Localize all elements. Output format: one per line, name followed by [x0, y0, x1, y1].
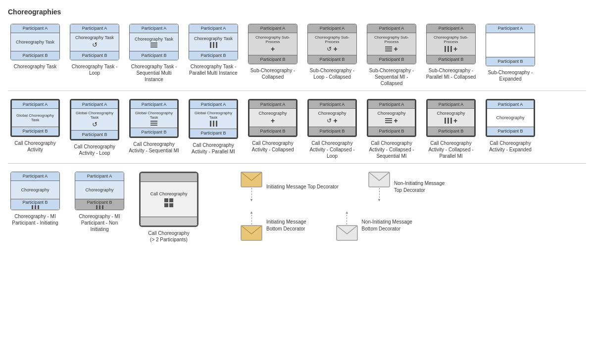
choreo-shape-sub-exp[interactable]: Participant A Participant B	[486, 24, 535, 66]
item-label: Call Choreography Activity - Parallel MI	[186, 142, 241, 155]
participant-top: Participant A	[248, 24, 297, 33]
dashed-line	[346, 215, 347, 225]
item-choreo-task-loop: Participant A Choreography Task ↺ Partic…	[67, 24, 122, 87]
choreo-body: Choreography +	[368, 109, 415, 127]
participant-top: Participant A	[70, 24, 119, 33]
svg-rect-0	[164, 198, 168, 202]
choreo-body: Global Choreography Task	[131, 109, 177, 128]
choreo-shape-call-seq[interactable]: Participant A Global Choreography Task P…	[129, 99, 179, 138]
participant-top: Participant A	[428, 100, 474, 109]
choreo-shape-sub-coll[interactable]: Participant A Choreography Sub-Process +…	[248, 24, 297, 64]
bottom-area	[141, 217, 197, 226]
item-label: Call Choreography Activity - Collapsed	[246, 140, 300, 153]
dashed-line	[379, 188, 380, 198]
participant-bottom: Participant B	[70, 51, 119, 60]
init-top-visual: ▼	[241, 172, 262, 202]
mi-par-icon	[96, 205, 103, 209]
choreo-body: Choreography Task	[11, 33, 59, 51]
choreo-shape-task-seq[interactable]: Participant A Choreography Task Particip…	[129, 24, 179, 60]
svg-rect-1	[169, 198, 173, 202]
participant-bottom: Participant B	[11, 199, 59, 210]
svg-rect-2	[164, 203, 168, 207]
item-sub-choreo-loop-coll: Participant A Choreography Sub-Process ↺…	[305, 24, 359, 87]
participant-top: Participant A	[486, 24, 535, 33]
participant-bottom: Participant B	[71, 130, 118, 139]
choreo-shape-task-loop[interactable]: Participant A Choreography Task ↺ Partic…	[70, 24, 119, 60]
message-decorators: ▼ Initiating Message Top Decorator ▼ Non…	[241, 172, 445, 241]
participant-bottom: Participant B	[75, 199, 124, 210]
participant-top: Participant A	[368, 100, 415, 109]
top-area	[141, 173, 197, 182]
item-choreo-mi-init: Participant A Choreography Participant B…	[8, 172, 62, 226]
item-label: Call Choreography Activity - Collapsed -…	[424, 140, 478, 159]
msg-top-row: ▼ Initiating Message Top Decorator ▼ Non…	[241, 172, 445, 202]
noninitiating-bottom-envelope-icon	[336, 225, 358, 241]
choreo-shape-call-exp[interactable]: Participant A Choreography Participant B	[486, 99, 535, 137]
choreo-shape-task[interactable]: Participant A Choreography Task Particip…	[10, 24, 60, 60]
participant-bottom: Participant B	[487, 127, 534, 136]
noninit-top-visual: ▼	[368, 172, 390, 202]
choreo-body: Choreography ↺ +	[309, 109, 355, 127]
item-call-choreo-loop: Participant A Global Choreography Task ↺…	[67, 99, 122, 160]
participant-bottom: Participant B	[130, 51, 178, 60]
participant-bottom: Participant B	[12, 127, 58, 136]
item-label: Choreography Task - Loop	[67, 63, 122, 76]
loop-icon: ↺	[92, 41, 98, 48]
loop-icon: ↺	[92, 121, 98, 128]
init-top-label: Initiating Message Top Decorator	[266, 183, 339, 190]
participant-bottom: Participant B	[368, 127, 415, 136]
choreo-body: Choreography Task	[189, 33, 238, 51]
init-bottom-decorator: ▲ Initiating MessageBottom Decorator	[241, 210, 306, 241]
choreo-shape-call-par[interactable]: Participant A Global Choreography Task P…	[189, 99, 238, 139]
choreo-shape-call-coll-par[interactable]: Participant A Choreography + Participant…	[426, 99, 476, 137]
choreo-shape-call-loop[interactable]: Participant A Global Choreography Task ↺…	[70, 99, 119, 141]
choreo-shape-sub-loop-coll[interactable]: Participant A Choreography Sub-Process ↺…	[307, 24, 357, 64]
item-label: Call Choreography Activity - Collapsed -…	[364, 140, 419, 159]
choreo-shape-call-coll-seq[interactable]: Participant A Choreography + Participant…	[367, 99, 416, 137]
body-text: Call Choreography	[150, 191, 187, 196]
item-label: Sub-Choreography - Sequential MI - Colla…	[364, 67, 419, 87]
participant-top: Participant A	[309, 100, 355, 109]
choreo-body	[486, 33, 535, 57]
choreo-shape-sub-par-coll[interactable]: Participant A Choreography Sub-Process +…	[426, 24, 476, 64]
participant-bottom: Participant B	[308, 55, 356, 64]
item-call-choreo-coll-loop: Participant A Choreography ↺ + Participa…	[305, 99, 359, 160]
noninit-bottom-visual: ▲	[336, 210, 358, 241]
choreo-shape-call-act[interactable]: Participant A Global Choreography Task P…	[10, 99, 60, 137]
choreo-shape-task-par[interactable]: Participant A Choreography Task Particip…	[189, 24, 238, 60]
participant-bottom: Participant B	[190, 129, 237, 137]
item-label: Choreography - MI Participant - Initiati…	[8, 213, 62, 226]
choreo-shape-call-big[interactable]: Call Choreography	[139, 172, 198, 227]
choreo-shape-call-coll[interactable]: Participant A Choreography + Participant…	[248, 99, 297, 137]
choreo-shape-mi-init[interactable]: Participant A Choreography Participant B	[10, 172, 60, 210]
noninit-top-decorator: ▼ Non-Initiating MessageTop Decorator	[368, 172, 445, 202]
choreo-body: Choreography Sub-Process ↺ +	[308, 33, 356, 55]
participant-top: Participant A	[487, 100, 534, 109]
item-label: Choreography Task	[14, 63, 57, 70]
separator-1	[8, 91, 586, 91]
dashed-line	[251, 215, 252, 225]
row1: Participant A Choreography Task Particip…	[8, 24, 586, 87]
item-label: Sub-Choreography - Loop - Collapsed	[305, 67, 359, 80]
participant-bottom: Participant B	[248, 55, 297, 64]
svg-rect-3	[169, 203, 173, 207]
participant-top: Participant A	[308, 24, 356, 33]
choreo-body: Choreography Task ↺	[70, 33, 119, 51]
choreo-shape-mi-noninit[interactable]: Participant A Choreography Participant B	[75, 172, 124, 210]
init-top-decorator: ▼ Initiating Message Top Decorator	[241, 172, 339, 202]
participant-top: Participant A	[11, 24, 59, 33]
choreo-body: Choreography	[487, 109, 534, 127]
item-label: Call Choreography Activity - Sequential …	[127, 141, 181, 154]
item-label: Sub-Choreography - Parallel MI - Collaps…	[424, 67, 478, 80]
item-call-choreo-coll-seq: Participant A Choreography + Participant…	[364, 99, 419, 160]
noninit-bottom-label: Non-Initiating MessageBottom Decorator	[362, 219, 412, 232]
choreo-shape-sub-seq-coll[interactable]: Participant A Choreography Sub-Process +…	[367, 24, 416, 64]
item-label: Sub-Choreography - Collapsed	[246, 67, 300, 80]
participant-top: Participant A	[71, 100, 118, 109]
item-call-choreo-act: Participant A Global Choreography Task P…	[8, 99, 62, 160]
page-title: Choreographies	[8, 8, 586, 16]
choreo-shape-call-coll-loop[interactable]: Participant A Choreography ↺ + Participa…	[307, 99, 357, 137]
choreo-body: Choreography +	[428, 109, 474, 127]
item-sub-choreo-coll: Participant A Choreography Sub-Process +…	[246, 24, 300, 87]
participant-bottom: Participant B	[428, 127, 474, 136]
